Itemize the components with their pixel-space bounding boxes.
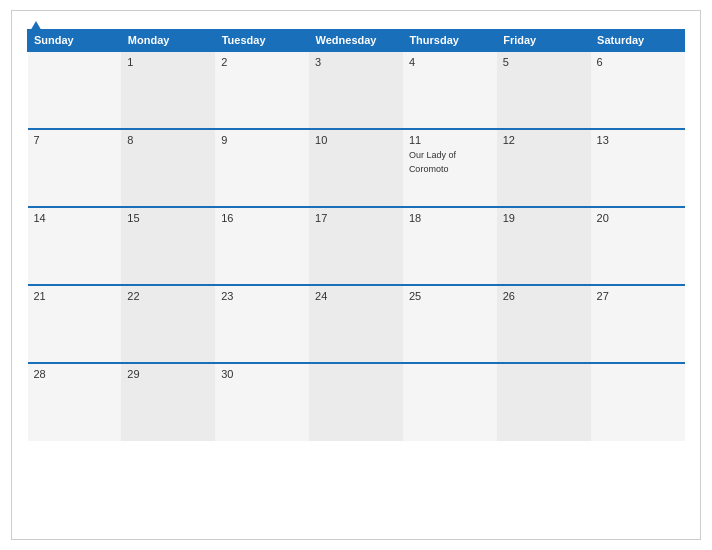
weekday-header-tuesday: Tuesday (215, 30, 309, 52)
weekday-header-saturday: Saturday (591, 30, 685, 52)
week-row-4: 21222324252627 (28, 285, 685, 363)
day-number: 8 (127, 134, 209, 146)
logo (27, 21, 43, 33)
calendar-cell (309, 363, 403, 441)
calendar-cell: 29 (121, 363, 215, 441)
day-number: 24 (315, 290, 397, 302)
logo-blue-row (27, 21, 43, 33)
weekday-header-row: SundayMondayTuesdayWednesdayThursdayFrid… (28, 30, 685, 52)
calendar-cell: 4 (403, 51, 497, 129)
calendar-cell: 21 (28, 285, 122, 363)
calendar-cell: 8 (121, 129, 215, 207)
day-number: 19 (503, 212, 585, 224)
calendar-cell: 23 (215, 285, 309, 363)
calendar-cell: 10 (309, 129, 403, 207)
day-number: 30 (221, 368, 303, 380)
weekday-header-monday: Monday (121, 30, 215, 52)
calendar-cell (403, 363, 497, 441)
calendar-cell: 24 (309, 285, 403, 363)
calendar-cell: 15 (121, 207, 215, 285)
day-number: 23 (221, 290, 303, 302)
day-number: 18 (409, 212, 491, 224)
week-row-1: 123456 (28, 51, 685, 129)
day-number: 21 (34, 290, 116, 302)
calendar-table: SundayMondayTuesdayWednesdayThursdayFrid… (27, 29, 685, 441)
day-number: 25 (409, 290, 491, 302)
calendar-cell: 27 (591, 285, 685, 363)
calendar-cell: 17 (309, 207, 403, 285)
day-number: 12 (503, 134, 585, 146)
day-number: 9 (221, 134, 303, 146)
day-number: 17 (315, 212, 397, 224)
calendar-cell: 1 (121, 51, 215, 129)
calendar-cell: 28 (28, 363, 122, 441)
calendar-cell: 30 (215, 363, 309, 441)
day-number: 3 (315, 56, 397, 68)
calendar-cell: 12 (497, 129, 591, 207)
weekday-header-thursday: Thursday (403, 30, 497, 52)
calendar-cell (591, 363, 685, 441)
calendar-cell: 2 (215, 51, 309, 129)
calendar-cell: 9 (215, 129, 309, 207)
day-number: 10 (315, 134, 397, 146)
calendar-cell: 25 (403, 285, 497, 363)
calendar-cell: 20 (591, 207, 685, 285)
calendar-cell: 11Our Lady of Coromoto (403, 129, 497, 207)
day-number: 2 (221, 56, 303, 68)
calendar-cell: 22 (121, 285, 215, 363)
weekday-header-wednesday: Wednesday (309, 30, 403, 52)
week-row-2: 7891011Our Lady of Coromoto1213 (28, 129, 685, 207)
calendar-cell (497, 363, 591, 441)
calendar-cell: 3 (309, 51, 403, 129)
calendar-cell: 13 (591, 129, 685, 207)
calendar-cell: 7 (28, 129, 122, 207)
calendar-cell: 14 (28, 207, 122, 285)
event-label: Our Lady of Coromoto (409, 150, 456, 174)
day-number: 16 (221, 212, 303, 224)
day-number: 4 (409, 56, 491, 68)
day-number: 15 (127, 212, 209, 224)
day-number: 7 (34, 134, 116, 146)
day-number: 22 (127, 290, 209, 302)
day-number: 14 (34, 212, 116, 224)
day-number: 27 (597, 290, 679, 302)
weekday-header-friday: Friday (497, 30, 591, 52)
week-row-5: 282930 (28, 363, 685, 441)
day-number: 5 (503, 56, 585, 68)
day-number: 6 (597, 56, 679, 68)
logo-triangle-icon (29, 21, 43, 33)
week-row-3: 14151617181920 (28, 207, 685, 285)
day-number: 13 (597, 134, 679, 146)
calendar-container: SundayMondayTuesdayWednesdayThursdayFrid… (11, 10, 701, 540)
day-number: 20 (597, 212, 679, 224)
calendar-cell: 6 (591, 51, 685, 129)
calendar-cell: 19 (497, 207, 591, 285)
calendar-cell: 18 (403, 207, 497, 285)
calendar-cell: 16 (215, 207, 309, 285)
day-number: 26 (503, 290, 585, 302)
day-number: 1 (127, 56, 209, 68)
calendar-cell (28, 51, 122, 129)
day-number: 11 (409, 134, 491, 146)
calendar-cell: 26 (497, 285, 591, 363)
calendar-cell: 5 (497, 51, 591, 129)
day-number: 29 (127, 368, 209, 380)
day-number: 28 (34, 368, 116, 380)
